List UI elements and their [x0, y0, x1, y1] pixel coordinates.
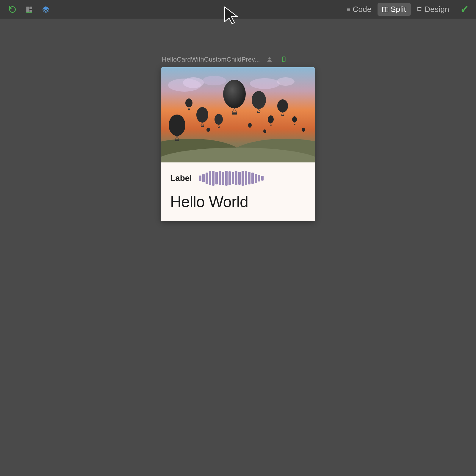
waveform-bar — [199, 176, 201, 181]
svg-rect-0 — [26, 7, 29, 12]
split-icon — [382, 7, 388, 12]
svg-point-47 — [268, 115, 274, 123]
svg-point-58 — [206, 128, 210, 132]
waveform-bar — [251, 173, 254, 184]
svg-point-27 — [277, 99, 288, 112]
confirm-icon[interactable]: ✓ — [460, 3, 469, 16]
card-label: Label — [170, 173, 192, 183]
refresh-icon[interactable] — [7, 4, 18, 15]
waveform-bar — [232, 172, 234, 184]
device-icon-button[interactable] — [279, 55, 289, 64]
waveform-bar — [242, 171, 244, 186]
preview-label-row: HelloCardWithCustomChildPrev... — [161, 55, 289, 64]
split-view-button[interactable]: Split — [378, 3, 411, 16]
design-icon: 🖼 — [417, 6, 422, 12]
waveform-bar — [215, 172, 218, 184]
layers-icon[interactable] — [40, 4, 51, 15]
svg-rect-38 — [175, 140, 179, 141]
waveform-bar — [209, 171, 211, 185]
waveform-bar — [245, 171, 247, 185]
waveform-bar — [261, 176, 264, 181]
svg-point-39 — [185, 98, 192, 107]
toolbar: ≡ Code Split 🖼 Design ✓ — [0, 0, 476, 19]
svg-point-57 — [263, 129, 266, 133]
card-label-row: Label — [170, 171, 306, 186]
svg-point-43 — [214, 114, 223, 125]
layout-icon[interactable] — [24, 4, 35, 15]
design-label: Design — [425, 5, 449, 14]
svg-rect-1 — [29, 7, 32, 9]
split-label: Split — [391, 5, 406, 14]
svg-point-14 — [250, 78, 280, 89]
waveform-bar — [225, 171, 228, 186]
waveform-visualization — [199, 171, 306, 186]
svg-rect-34 — [201, 126, 204, 127]
waveform-bar — [206, 173, 208, 184]
preview-card: Label Hello World — [161, 67, 315, 221]
code-view-button[interactable]: ≡ Code — [342, 3, 376, 16]
person-icon-button[interactable] — [265, 55, 274, 64]
content-area: HelloCardWithCustomChildPrev... — [0, 19, 476, 476]
code-label: Code — [353, 5, 372, 14]
waveform-bar — [222, 172, 224, 185]
waveform-bar — [219, 171, 221, 185]
waveform-bar — [248, 172, 250, 184]
waveform-bar — [258, 175, 260, 181]
toolbar-right: ≡ Code Split 🖼 Design ✓ — [342, 3, 469, 16]
svg-point-9 — [284, 61, 284, 62]
svg-point-35 — [169, 115, 185, 136]
svg-rect-26 — [257, 112, 260, 113]
svg-point-55 — [248, 123, 252, 128]
waveform-bar — [202, 174, 205, 182]
svg-point-13 — [202, 76, 226, 85]
card-title: Hello World — [170, 193, 306, 211]
svg-point-7 — [268, 57, 270, 60]
svg-point-31 — [196, 107, 208, 123]
preview-container: HelloCardWithCustomChildPrev... — [161, 55, 315, 221]
svg-rect-54 — [294, 124, 295, 125]
svg-point-12 — [183, 77, 204, 88]
svg-rect-22 — [232, 112, 237, 115]
svg-point-15 — [277, 77, 295, 86]
card-body: Label Hello World — [161, 162, 315, 221]
waveform-bar — [212, 171, 214, 186]
card-image — [161, 67, 315, 162]
waveform-bar — [228, 171, 231, 185]
design-view-button[interactable]: 🖼 Design — [412, 3, 454, 16]
svg-rect-42 — [188, 109, 190, 110]
svg-rect-50 — [270, 125, 272, 126]
svg-point-19 — [223, 80, 246, 108]
waveform-bar — [255, 174, 257, 183]
waveform-bar — [235, 171, 237, 185]
svg-rect-46 — [218, 127, 220, 128]
svg-point-56 — [302, 128, 305, 132]
svg-marker-5 — [43, 6, 49, 10]
svg-rect-3 — [26, 12, 32, 12]
svg-rect-30 — [281, 115, 284, 116]
balloon-scene-svg — [161, 67, 315, 162]
svg-point-51 — [292, 116, 297, 122]
svg-point-23 — [252, 91, 266, 109]
component-name-label: HelloCardWithCustomChildPrev... — [162, 56, 260, 63]
code-icon: ≡ — [347, 6, 350, 13]
waveform-bar — [238, 172, 241, 185]
toolbar-left — [7, 4, 51, 15]
